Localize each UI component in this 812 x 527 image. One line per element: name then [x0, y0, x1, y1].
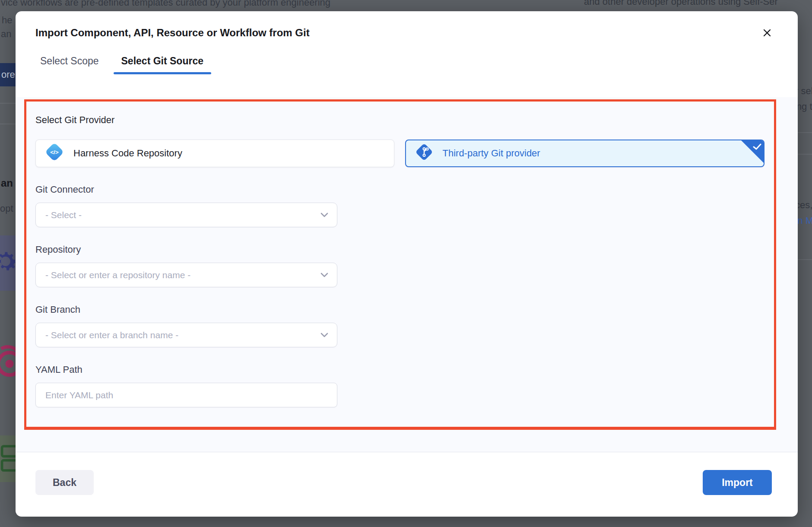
import-button[interactable]: Import — [703, 470, 772, 495]
background-right-strip: r sel ing t ces, rn M — [798, 0, 812, 527]
repository-label: Repository — [35, 244, 764, 256]
tab-select-git-source[interactable]: Select Git Source — [114, 55, 211, 74]
git-provider-label: Select Git Provider — [35, 114, 764, 127]
provider-card-label: Third-party Git provider — [443, 148, 540, 159]
tab-bar: Select Scope Select Git Source — [32, 55, 798, 74]
provider-card-label: Harness Code Repository — [73, 148, 182, 159]
git-connector-value: - Select - — [45, 210, 82, 220]
git-branch-label: Git Branch — [35, 304, 764, 316]
modal-content: Select Git Provider </> — [16, 97, 798, 452]
git-connector-label: Git Connector — [35, 184, 764, 196]
close-icon — [762, 28, 772, 39]
background-text-fragment: r sel — [798, 86, 812, 97]
divider — [0, 124, 16, 124]
layout-icon — [0, 444, 16, 474]
screen: vice workflows are pre-defined templates… — [0, 0, 812, 527]
background-text-fragment: he — [2, 15, 12, 26]
repository-select[interactable]: - Select or enter a repository name - — [35, 263, 337, 287]
background-button-fragment: ore — [0, 63, 16, 86]
git-connector-select[interactable]: - Select - — [35, 203, 337, 227]
divider — [0, 103, 16, 104]
modal-title: Import Component, API, Resource or Workf… — [35, 27, 778, 39]
svg-text:</>: </> — [50, 149, 59, 156]
check-icon — [753, 143, 761, 150]
chevron-down-icon — [320, 271, 328, 279]
git-branch-value: - Select or enter a branch name - — [45, 330, 178, 340]
modal-header: Import Component, API, Resource or Workf… — [16, 11, 798, 39]
background-text-fragment: ces, — [798, 200, 812, 211]
code-diamond-icon: </> — [44, 142, 64, 165]
background-link-fragment: rn M — [798, 215, 812, 226]
close-button[interactable] — [761, 27, 774, 40]
back-button[interactable]: Back — [35, 470, 94, 495]
background-text-fragment: an — [1, 29, 11, 40]
selected-corner-badge — [741, 140, 764, 163]
divider — [798, 132, 812, 133]
background-text-top-right: and other developer operations using Sel… — [584, 0, 778, 7]
divider — [798, 154, 812, 155]
import-from-git-modal: Import Component, API, Resource or Workf… — [16, 11, 798, 517]
background-left-strip: he an ore an opt — [0, 0, 16, 527]
divider — [798, 259, 812, 260]
yaml-path-input[interactable] — [35, 383, 337, 407]
gear-icon — [0, 247, 16, 277]
target-icon — [0, 344, 16, 383]
git-provider-options: </> Harness Code Repository — [35, 140, 764, 167]
background-text-top-left: vice workflows are pre-defined templates… — [1, 0, 330, 8]
tab-select-scope[interactable]: Select Scope — [32, 55, 107, 74]
git-branch-select[interactable]: - Select or enter a branch name - — [35, 323, 337, 347]
background-text-fragment: opt — [0, 203, 13, 214]
background-text-fragment: ing t — [798, 101, 812, 112]
provider-card-third-party-git[interactable]: Third-party Git provider — [405, 140, 765, 167]
git-diamond-icon — [415, 143, 434, 164]
background-text-fragment: an — [1, 177, 13, 189]
repository-value: - Select or enter a repository name - — [45, 270, 190, 280]
chevron-down-icon — [320, 331, 328, 339]
modal-footer: Back Import — [16, 452, 798, 517]
chevron-down-icon — [320, 211, 328, 219]
yaml-path-label: YAML Path — [35, 364, 764, 376]
highlight-frame: Select Git Provider </> — [24, 99, 776, 430]
provider-card-harness-code[interactable]: </> Harness Code Repository — [35, 140, 394, 167]
